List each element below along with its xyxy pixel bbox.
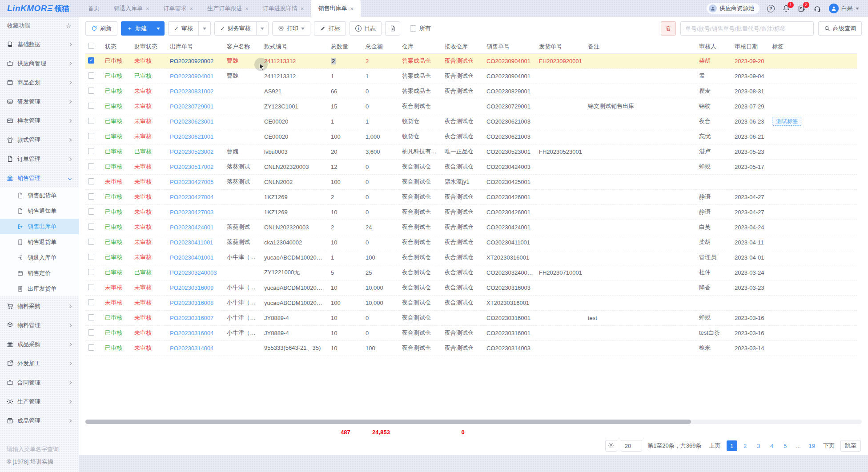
- refresh-button[interactable]: 刷新: [85, 21, 117, 36]
- sidebar-item-款式管理[interactable]: 款式管理: [0, 130, 79, 149]
- page-button-3[interactable]: 3: [753, 440, 764, 451]
- row-checkbox[interactable]: [88, 208, 94, 215]
- task-icon[interactable]: 3: [798, 4, 806, 12]
- row-checkbox[interactable]: [88, 329, 94, 336]
- sidebar-item-订单管理[interactable]: 订单管理: [0, 149, 79, 168]
- export-button[interactable]: [385, 21, 400, 36]
- headset-icon[interactable]: [813, 4, 821, 12]
- page-button-2[interactable]: 2: [740, 440, 751, 451]
- user-menu[interactable]: 白果: [829, 4, 859, 13]
- sidebar-subitem-销售退货单[interactable]: 销售退货单: [0, 234, 79, 250]
- outbound-no-cell-value[interactable]: PO20230729001: [170, 103, 213, 110]
- sidebar-subitem-销售出库单[interactable]: 销售出库单: [0, 219, 79, 234]
- finance-audit-dropdown-button[interactable]: [256, 21, 269, 36]
- close-icon[interactable]: ×: [350, 6, 354, 12]
- tab-订单进度详情[interactable]: 订单进度详情×: [256, 0, 311, 17]
- sidebar-subitem-销售配货单[interactable]: 销售配货单: [0, 188, 79, 203]
- outbound-no-cell-value[interactable]: PO20230831002: [170, 88, 213, 95]
- close-icon[interactable]: ×: [146, 6, 149, 12]
- close-icon[interactable]: ×: [245, 6, 249, 12]
- row-checkbox[interactable]: [88, 284, 94, 290]
- finance-audit-button[interactable]: ✓ 财务审核: [214, 21, 257, 36]
- log-button[interactable]: i 日志: [350, 21, 382, 36]
- close-icon[interactable]: ×: [301, 6, 304, 12]
- row-checkbox[interactable]: [88, 239, 94, 245]
- outbound-no-cell-value[interactable]: PO20230411001: [170, 239, 213, 246]
- row-checkbox[interactable]: [88, 299, 94, 305]
- outbound-no-cell-value[interactable]: PO20230427003: [170, 209, 213, 216]
- outbound-no-cell-value[interactable]: PO20230427005: [170, 179, 213, 185]
- help-icon[interactable]: ?: [767, 5, 775, 12]
- prev-page-button[interactable]: 上页: [707, 440, 723, 451]
- scrollbar-thumb[interactable]: [85, 420, 691, 424]
- mark-button[interactable]: 打标: [314, 21, 346, 36]
- outbound-no-cell-value[interactable]: PO202303240003: [170, 269, 217, 276]
- outbound-no-cell-value[interactable]: PO20230316008: [170, 300, 213, 306]
- page-button-4[interactable]: 4: [767, 440, 777, 451]
- row-checkbox[interactable]: [88, 178, 94, 184]
- sidebar-item-成品管理[interactable]: 成品管理: [0, 411, 79, 430]
- outbound-no-cell-value[interactable]: PO20230920002: [170, 58, 213, 64]
- outbound-no-cell-value[interactable]: PO20230316004: [170, 330, 213, 336]
- row-checkbox[interactable]: [88, 72, 94, 79]
- search-input[interactable]: [680, 21, 814, 36]
- row-checkbox[interactable]: [88, 57, 94, 64]
- outbound-no-cell-value[interactable]: PO20230316009: [170, 284, 213, 291]
- outbound-no-cell-value[interactable]: PO20230316007: [170, 315, 213, 321]
- row-checkbox[interactable]: [88, 193, 94, 200]
- outbound-no-cell-value[interactable]: PO20230904001: [170, 73, 213, 80]
- next-page-button[interactable]: 下页: [821, 440, 837, 451]
- page-button-19[interactable]: 19: [807, 440, 817, 451]
- close-icon[interactable]: ×: [190, 6, 193, 12]
- row-checkbox[interactable]: [88, 344, 94, 351]
- row-checkbox[interactable]: [88, 254, 94, 260]
- row-checkbox[interactable]: [88, 314, 94, 320]
- sidebar-item-商品企划[interactable]: 商品企划: [0, 73, 79, 92]
- sidebar-item-销售管理[interactable]: 销售管理: [0, 168, 79, 188]
- outbound-no-cell-value[interactable]: PO20230523002: [170, 148, 213, 155]
- advanced-search-button[interactable]: 高级查询: [818, 21, 862, 36]
- sidebar-item-研发管理[interactable]: CC研发管理: [0, 92, 79, 111]
- menu-search-input[interactable]: [7, 446, 72, 452]
- sidebar-item-供应商管理[interactable]: 供应商管理: [0, 54, 79, 73]
- page-button-1[interactable]: 1: [727, 440, 737, 451]
- horizontal-scrollbar[interactable]: [85, 420, 862, 424]
- tab-销售出库单[interactable]: 销售出库单×: [311, 0, 361, 17]
- outbound-no-cell-value[interactable]: PO20230517002: [170, 164, 213, 170]
- outbound-no-cell-value[interactable]: PO20230314004: [170, 345, 213, 352]
- sidebar-subitem-销售通知单[interactable]: 销售通知单: [0, 203, 79, 219]
- create-button[interactable]: ＋ 新建: [121, 21, 153, 36]
- supplier-pool-button[interactable]: 供应商资源池: [707, 3, 760, 14]
- all-checkbox[interactable]: [410, 25, 416, 32]
- audit-button[interactable]: ✓ 审核: [168, 21, 199, 36]
- row-checkbox[interactable]: [88, 148, 94, 154]
- audit-dropdown-button[interactable]: [198, 21, 211, 36]
- sidebar-item-外发加工[interactable]: 外发加工: [0, 354, 79, 373]
- page-size-select[interactable]: 20: [621, 440, 642, 452]
- star-icon[interactable]: ☆: [66, 22, 72, 30]
- row-checkbox[interactable]: [88, 224, 94, 230]
- row-checkbox[interactable]: [88, 103, 94, 109]
- outbound-no-cell-value[interactable]: PO20230401001: [170, 254, 213, 261]
- outbound-no-cell-value[interactable]: PO20230427004: [170, 194, 213, 200]
- create-dropdown-button[interactable]: [152, 21, 165, 36]
- sidebar-subitem-销退入库单[interactable]: 销退入库单: [0, 250, 79, 265]
- sidebar-item-样衣管理[interactable]: 样衣管理: [0, 111, 79, 130]
- sidebar-item-合同管理[interactable]: 合同管理: [0, 373, 79, 392]
- sidebar-item-物料管理[interactable]: 物料管理: [0, 316, 79, 335]
- tag-cell-value[interactable]: 测试标签: [772, 117, 802, 126]
- tab-订单需求[interactable]: 订单需求×: [157, 0, 201, 17]
- sidebar-item-生产管理[interactable]: 生产管理: [0, 392, 79, 411]
- sidebar-item-成品采购[interactable]: 成品采购: [0, 335, 79, 354]
- row-checkbox[interactable]: [88, 133, 94, 139]
- outbound-no-cell-value[interactable]: PO20230621001: [170, 133, 213, 140]
- row-checkbox[interactable]: [88, 269, 94, 275]
- tab-销退入库单[interactable]: 销退入库单×: [107, 0, 157, 17]
- sidebar-item-基础数据[interactable]: 基础数据: [0, 35, 79, 54]
- select-all-checkbox[interactable]: [88, 43, 94, 49]
- table-settings-button[interactable]: [605, 440, 617, 452]
- sidebar-item-物料采购[interactable]: 物料采购: [0, 296, 79, 316]
- outbound-no-cell-value[interactable]: PO20230623001: [170, 118, 213, 125]
- outbound-no-cell-value[interactable]: PO20230424001: [170, 224, 213, 231]
- page-button-5[interactable]: 5: [780, 440, 791, 451]
